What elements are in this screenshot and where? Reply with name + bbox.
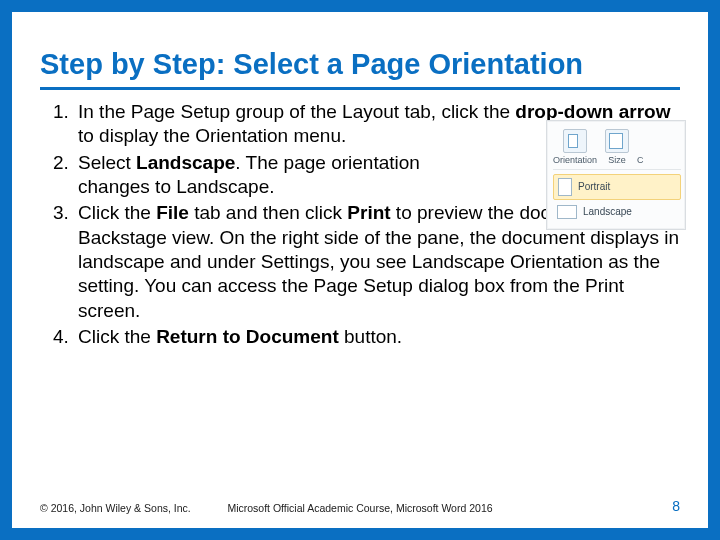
- step-1-post: to display the Orientation menu.: [78, 125, 346, 146]
- step-3-pre: Click the: [78, 202, 156, 223]
- step-4: Click the Return to Document button.: [74, 325, 680, 349]
- portrait-page-icon: [558, 178, 572, 196]
- step-3-mid: tab and then click: [189, 202, 347, 223]
- inset-orientation-label: Orientation: [553, 155, 597, 167]
- inset-menu-landscape-label: Landscape: [583, 206, 632, 219]
- inset-ribbon-size: Size: [605, 129, 629, 167]
- slide-title: Step by Step: Select a Page Orientation: [40, 48, 680, 81]
- step-4-post: button.: [339, 326, 402, 347]
- inset-ribbon: Orientation Size C: [553, 125, 681, 170]
- inset-ribbon-orientation: Orientation: [553, 129, 597, 167]
- step-1-pre: In the Page Setup group of the Layout ta…: [78, 101, 515, 122]
- step-2-pre: Select: [78, 152, 136, 173]
- inset-menu-landscape: Landscape: [553, 202, 681, 222]
- step-3-bold: File: [156, 202, 189, 223]
- inset-c-label: C: [637, 155, 644, 167]
- inset-menu-portrait: Portrait: [553, 174, 681, 200]
- size-icon: [605, 129, 629, 153]
- step-4-pre: Click the: [78, 326, 156, 347]
- inset-orientation-menu: Portrait Landscape: [553, 174, 681, 222]
- title-underline: [40, 87, 680, 90]
- slide-footer: © 2016, John Wiley & Sons, Inc. Microsof…: [40, 498, 680, 514]
- landscape-page-icon: [557, 205, 577, 219]
- inset-ribbon-c: C: [637, 155, 644, 167]
- footer-center: Microsoft Official Academic Course, Micr…: [40, 502, 680, 514]
- inset-size-label: Size: [608, 155, 626, 167]
- step-2-bold: Landscape: [136, 152, 235, 173]
- inset-menu-portrait-label: Portrait: [578, 181, 610, 194]
- step-4-bold: Return to Document: [156, 326, 339, 347]
- orientation-icon: [563, 129, 587, 153]
- slide: Step by Step: Select a Page Orientation …: [12, 12, 708, 528]
- step-3-bold2: Print: [347, 202, 390, 223]
- orientation-inset-figure: Orientation Size C Portrait Landscape: [546, 120, 686, 230]
- slide-body: In the Page Setup group of the Layout ta…: [40, 100, 680, 349]
- step-2: Select Landscape. The page orientation c…: [74, 151, 478, 200]
- step-1-bold: drop-down arrow: [515, 101, 670, 122]
